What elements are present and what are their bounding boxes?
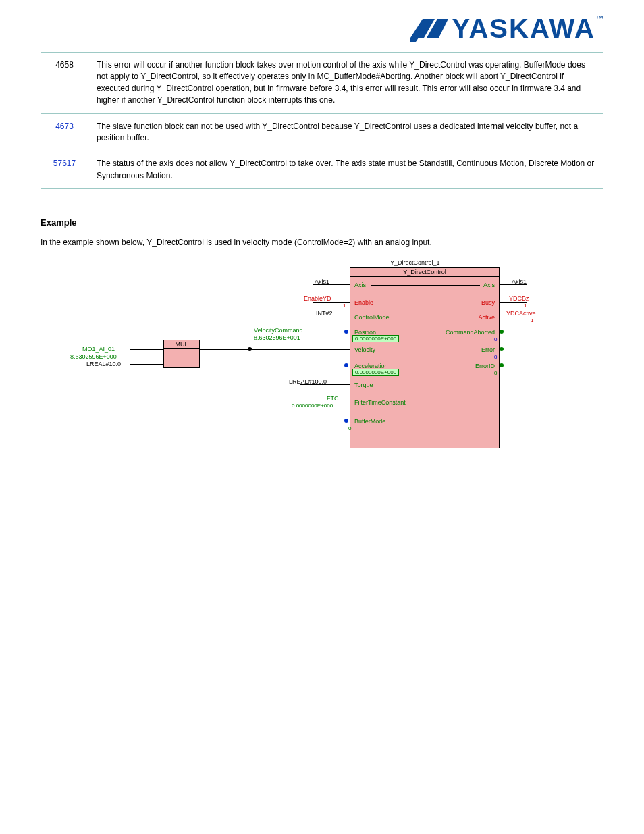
axis-out-val: Axis1 [512,278,527,285]
error-table: 4658 This error will occur if another fu… [41,52,603,189]
busy-out-num: 1 [524,303,527,309]
block-type: Y_DirectControl [350,268,499,277]
mul-in2: LREAL#10.0 [86,361,121,367]
axis-through-line [371,285,480,286]
unconnected-dot-icon [344,419,348,423]
port-torque: Torque [354,382,373,388]
active-out-val: YDCActive [506,310,536,317]
fbd-diagram: MUL MO1_AI_01 8.6302596E+000 LREAL#10.0 … [70,259,583,462]
port-axis-out: Axis [483,282,495,288]
unconnected-dot-icon [500,330,504,334]
port-busy: Busy [481,299,495,306]
axis-in-val: Axis1 [315,278,329,285]
port-controlmode: ControlMode [354,314,390,321]
junction-dot-icon [248,347,252,351]
error-num: 0 [494,354,497,360]
velocity-cmd-label: VelocityCommand [254,327,303,334]
mul-title: MUL [164,340,199,349]
error-desc-cell: The status of the axis does not allow Y_… [88,151,603,189]
error-code-link[interactable]: 57617 [53,159,76,168]
error-code-cell: 4658 [41,53,88,114]
table-row: 57617 The status of the axis does not al… [41,151,603,189]
unconnected-dot-icon [500,347,504,351]
cm-in-val: INT#2 [316,310,333,317]
error-desc-cell: This error will occur if another functio… [88,53,603,114]
cmdab-num: 0 [494,336,497,342]
port-errorid: ErrorID [475,363,495,369]
logo-text: YASKAWA [452,14,595,43]
unconnected-dot-icon [500,363,504,367]
error-code-cell: 4673 [41,113,88,151]
enable-in-num: 1 [343,303,346,309]
error-code-text: 4658 [55,60,74,70]
logo-mark-icon [409,15,450,43]
ftc-in-val: FTC [327,395,339,402]
wire [130,349,163,350]
unconnected-dot-icon [344,330,348,334]
buffer-in-num: 0 [348,425,351,432]
example-description: In the example shown below, Y_DirectCont… [41,237,603,249]
port-error: Error [481,346,495,353]
yaskawa-logo: YASKAWA™ [409,14,603,44]
ftc-in-num: 0.0000000E+000 [292,402,333,409]
wire [313,317,350,317]
mul-in1-val: 8.6302596E+000 [70,353,117,360]
unconnected-dot-icon [344,363,348,367]
port-active: Active [478,314,495,321]
errorid-num: 0 [494,370,497,376]
port-axis: Axis [354,282,366,288]
velocity-cmd-val: 8.6302596E+001 [254,334,300,341]
port-buffermode: BufferMode [354,418,385,425]
port-filter: FilterTimeConstant [354,399,406,406]
table-row: 4673 The slave function block can not be… [41,113,603,151]
error-code-link[interactable]: 4673 [55,122,74,131]
error-desc-cell: The slave function block can not be used… [88,113,603,151]
mul-in1-name: MO1_AI_01 [82,346,115,353]
port-enable: Enable [354,299,373,306]
logo-area: YASKAWA™ [41,14,603,44]
enable-in-val: EnableYD [304,295,331,302]
wire [500,302,527,303]
port-cmdaborted: CommandAborted [446,329,495,336]
wire [500,317,527,317]
wire [130,364,163,365]
wire [200,349,250,350]
busy-out-val: YDCBz [509,295,529,302]
active-out-num: 1 [531,317,533,323]
y-directcontrol-block: Y_DirectControl Axis Enable ControlMode … [350,267,500,448]
accel-val: 0.0000000E+000 [352,369,399,376]
torque-in-val: LREAL#100.0 [289,378,327,385]
table-row: 4658 This error will occur if another fu… [41,53,603,114]
logo-tm: ™ [595,14,603,23]
mul-block: MUL [163,340,200,368]
wire [250,349,350,350]
error-code-cell: 57617 [41,151,88,189]
section-title: Example [41,217,603,228]
instance-name: Y_DirectControl_1 [390,259,440,266]
port-velocity: Velocity [354,346,375,353]
position-val: 0.0000000E+000 [352,335,399,342]
